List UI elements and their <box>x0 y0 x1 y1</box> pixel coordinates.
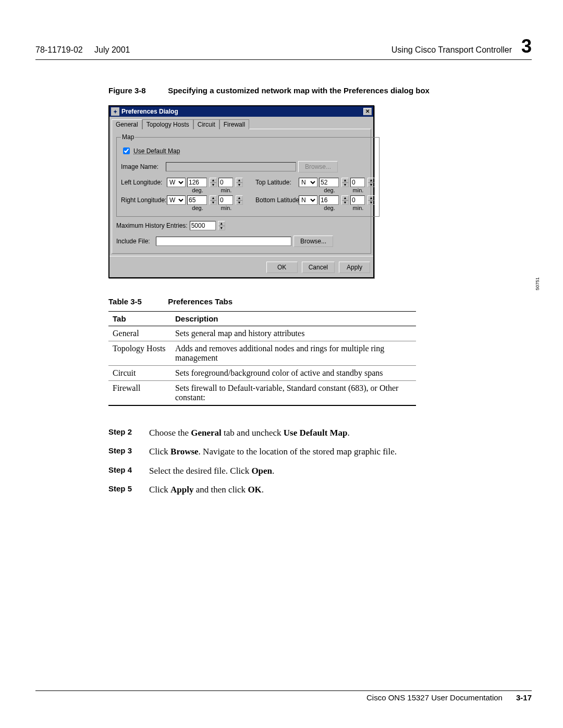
tab-circuit[interactable]: Circuit <box>193 119 219 129</box>
bottom-latitude-deg[interactable] <box>319 195 339 205</box>
app-icon: ✦ <box>111 107 119 116</box>
unit-min: min. <box>350 187 366 193</box>
table-row: CircuitSets foreground/background color … <box>108 366 416 381</box>
step-3: Step 3 Click Browse. Navigate to the loc… <box>108 443 532 460</box>
ok-button[interactable]: OK <box>266 262 298 273</box>
bottom-latitude-min[interactable] <box>350 195 365 205</box>
figure-label: Figure 3-8 <box>108 86 166 95</box>
right-longitude-label: Right Longitude: <box>121 196 165 204</box>
col-tab: Tab <box>108 312 171 326</box>
right-longitude-dir[interactable]: W <box>167 195 186 205</box>
spinner-icon[interactable]: ▲▼ <box>341 178 349 187</box>
tab-bar: General Topology Hosts Circuit Firewall <box>109 117 373 129</box>
use-default-map-checkbox[interactable] <box>123 147 130 154</box>
include-file-label: Include File: <box>116 238 154 245</box>
step-5: Step 5 Click Apply and then click OK. <box>108 482 532 498</box>
chapter-number: 3 <box>521 35 532 57</box>
table-caption: Table 3-5 Preferences Tabs <box>108 297 532 306</box>
spinner-icon[interactable]: ▲▼ <box>341 195 349 205</box>
dialog-button-row: OK Cancel Apply <box>109 256 373 277</box>
top-latitude-dir[interactable]: N <box>299 178 317 187</box>
top-latitude-deg[interactable] <box>319 178 339 187</box>
left-longitude-deg[interactable] <box>187 178 207 187</box>
spinner-icon[interactable]: ▲▼ <box>210 195 217 205</box>
unit-min: min. <box>350 205 366 211</box>
table-row: Topology HostsAdds and removes additiona… <box>108 341 416 366</box>
table-label: Table 3-5 <box>108 297 166 306</box>
apply-button[interactable]: Apply <box>339 262 370 273</box>
unit-min: min. <box>218 205 234 211</box>
right-longitude-deg[interactable] <box>187 195 207 205</box>
step-2: Step 2 Choose the General tab and unchec… <box>108 425 532 441</box>
figure-title: Specifying a customized network map with… <box>168 86 430 95</box>
include-file-input[interactable] <box>156 237 291 246</box>
table-row: GeneralSets general map and history attr… <box>108 326 416 341</box>
spinner-icon[interactable]: ▲▼ <box>218 221 225 230</box>
doc-number: 78-11719-02 <box>35 45 83 54</box>
spinner-icon[interactable]: ▲▼ <box>236 178 243 187</box>
right-longitude-min[interactable] <box>218 195 233 205</box>
unit-deg: deg. <box>187 187 208 193</box>
left-longitude-min[interactable] <box>218 178 233 187</box>
dialog-titlebar[interactable]: ✦ Preferences Dialog ✕ <box>109 106 373 117</box>
tab-panel-general: Map Use Default Map Image Name: Browse..… <box>112 129 371 254</box>
map-legend: Map <box>121 133 135 141</box>
bottom-latitude-label: Bottom Latitude: <box>255 196 297 204</box>
figure-caption: Figure 3-8 Specifying a customized netwo… <box>108 86 532 95</box>
image-name-input[interactable] <box>166 162 296 171</box>
preferences-tabs-table: Tab Description GeneralSets general map … <box>108 311 416 406</box>
spinner-icon[interactable]: ▲▼ <box>368 195 375 205</box>
doc-date: July 2001 <box>94 45 130 54</box>
bottom-latitude-dir[interactable]: N <box>299 195 317 205</box>
spinner-icon[interactable]: ▲▼ <box>368 178 375 187</box>
table-row: FirewallSets firewall to Default-variabl… <box>108 381 416 406</box>
tab-general[interactable]: General <box>112 119 142 129</box>
image-ref-number: 50751 <box>535 277 540 290</box>
image-browse-button[interactable]: Browse... <box>298 161 338 172</box>
steps-list: Step 2 Choose the General tab and unchec… <box>108 425 532 498</box>
page-header: 78-11719-02 July 2001 Using Cisco Transp… <box>35 35 532 60</box>
step-4: Step 4 Select the desired file. Click Op… <box>108 463 532 479</box>
close-icon[interactable]: ✕ <box>363 108 372 115</box>
max-history-label: Maximum History Entries: <box>116 222 188 229</box>
spinner-icon[interactable]: ▲▼ <box>210 178 217 187</box>
page-number: 3-17 <box>516 693 532 702</box>
top-latitude-min[interactable] <box>350 178 365 187</box>
dialog-title: Preferences Dialog <box>121 108 178 115</box>
cancel-button[interactable]: Cancel <box>302 262 335 273</box>
unit-deg: deg. <box>319 205 340 211</box>
top-latitude-label: Top Latitude: <box>255 179 297 186</box>
image-name-label: Image Name: <box>121 163 164 170</box>
tab-firewall[interactable]: Firewall <box>219 119 249 129</box>
unit-deg: deg. <box>319 187 340 193</box>
tab-topology-hosts[interactable]: Topology Hosts <box>142 119 193 129</box>
preferences-dialog: ✦ Preferences Dialog ✕ General Topology … <box>108 105 374 278</box>
max-history-input[interactable] <box>190 221 216 230</box>
page-footer: Cisco ONS 15327 User Documentation 3-17 <box>35 690 532 702</box>
spinner-icon[interactable]: ▲▼ <box>236 195 243 205</box>
use-default-map-label: Use Default Map <box>133 147 180 155</box>
include-browse-button[interactable]: Browse... <box>293 236 333 247</box>
footer-doc-title: Cisco ONS 15327 User Documentation <box>366 693 503 702</box>
map-fieldset: Map Use Default Map Image Name: Browse..… <box>116 133 380 217</box>
left-longitude-label: Left Longitude: <box>121 179 165 186</box>
section-title: Using Cisco Transport Controller <box>391 45 512 55</box>
unit-min: min. <box>218 187 234 193</box>
table-title: Preferences Tabs <box>168 297 232 306</box>
unit-deg: deg. <box>187 205 208 211</box>
col-description: Description <box>171 312 416 326</box>
left-longitude-dir[interactable]: W <box>167 178 186 187</box>
